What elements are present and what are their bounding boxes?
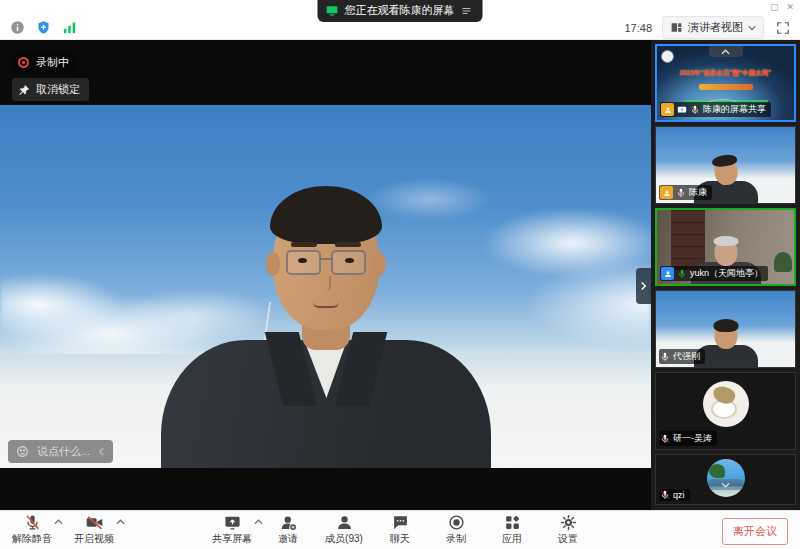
eye-left: [298, 258, 307, 263]
pin-icon: [18, 84, 30, 96]
ear-left: [266, 252, 280, 276]
scroll-down-chevron[interactable]: [709, 479, 743, 490]
eye-right: [345, 258, 354, 263]
participant-label: qzi: [659, 489, 690, 501]
titlebar-left-icons: [8, 18, 78, 36]
collapse-left-icon[interactable]: [98, 447, 105, 456]
view-mode-label: 演讲者视图: [688, 20, 743, 35]
mic-muted-icon: [676, 188, 686, 198]
unpin-label: 取消锁定: [36, 82, 80, 97]
watching-banner-text: 您正在观看陈康的屏幕: [345, 3, 455, 18]
hair: [270, 186, 382, 244]
nose: [321, 276, 331, 292]
caption-placeholder: 说点什么...: [37, 444, 90, 459]
glasses-bridge: [320, 258, 332, 260]
video-options-chevron[interactable]: [116, 519, 125, 525]
participant-label: 陈康的屏幕共享: [660, 102, 771, 117]
bottom-toolbar: 解除静音 开启视频 共享屏幕: [0, 510, 800, 549]
clock: 17:48: [624, 22, 652, 34]
member-badge-icon: [661, 267, 674, 280]
virtual-background-beach: [0, 105, 651, 468]
mic-on-icon: [660, 352, 670, 362]
leave-meeting-button[interactable]: 离开会议: [722, 518, 788, 545]
participant-name: qzi: [673, 490, 685, 500]
participant-label: 研一-吴涛: [659, 431, 717, 446]
slide-subtitle-bar: [699, 84, 753, 90]
thumbnail-yukn[interactable]: yukn（天闻地亭）: [655, 208, 796, 286]
watching-banner[interactable]: 您正在观看陈康的屏幕: [318, 0, 483, 22]
titlebar: 您正在观看陈康的屏幕 ▢ ✕ 17:48 演讲者视图: [0, 0, 800, 40]
mic-active-icon: [677, 269, 687, 279]
share-icon: [677, 105, 687, 115]
sidebar-toggle[interactable]: [636, 268, 651, 304]
layout-icon: [670, 21, 683, 34]
mic-muted-icon: [690, 105, 700, 115]
emoji-icon[interactable]: [16, 445, 29, 458]
chat-button[interactable]: 聊天: [380, 514, 420, 546]
thumbnail-chenkang[interactable]: 陈康: [655, 126, 796, 204]
participants-sidebar: 2022年“世界水日”暨“中国水周”: [651, 40, 800, 510]
slide-title: 2022年“世界水日”暨“中国水周”: [662, 68, 788, 77]
host-badge-icon: [661, 103, 674, 116]
participant-name: 陈康: [689, 186, 707, 199]
start-video-button[interactable]: 开启视频: [74, 514, 114, 546]
participant-label: yukn（天闻地亭）: [660, 266, 768, 281]
record-button[interactable]: 录制: [436, 514, 476, 546]
mic-muted-icon: [660, 434, 670, 444]
recording-label: 录制中: [36, 55, 69, 70]
restore-button[interactable]: ▢: [770, 2, 779, 12]
unpin-button[interactable]: 取消锁定: [12, 78, 89, 101]
caption-input[interactable]: 说点什么...: [8, 440, 113, 463]
mouth: [313, 302, 339, 308]
main-video: 录制中 取消锁定 说点什么...: [0, 40, 651, 510]
plant: [774, 252, 792, 272]
share-options-chevron[interactable]: [254, 519, 263, 525]
participant-label: 陈康: [659, 185, 712, 200]
meeting-window: 您正在观看陈康的屏幕 ▢ ✕ 17:48 演讲者视图: [0, 0, 800, 549]
thumbnail-daiqianggang[interactable]: 代强刚: [655, 290, 796, 368]
participant-name: 研一-吴涛: [673, 432, 712, 445]
screen-share-icon: [326, 4, 339, 17]
avatar: [703, 381, 749, 427]
settings-button[interactable]: 设置: [548, 514, 588, 546]
info-icon[interactable]: [8, 18, 26, 36]
toolbar-left: 解除静音 开启视频: [12, 514, 114, 546]
content-area: 录制中 取消锁定 说点什么...: [0, 40, 800, 510]
invite-button[interactable]: 邀请: [268, 514, 308, 546]
mic-muted-icon: [660, 490, 670, 500]
participant-name: yukn（天闻地亭）: [690, 267, 763, 280]
recording-dot-icon: [18, 57, 29, 68]
participant-name: 陈康的屏幕共享: [703, 103, 766, 116]
signal-icon[interactable]: [60, 18, 78, 36]
window-controls: ▢ ✕: [770, 2, 794, 12]
recording-indicator: 录制中: [12, 52, 75, 73]
unmute-button[interactable]: 解除静音: [12, 514, 52, 546]
speaker-person: [136, 158, 516, 468]
apps-button[interactable]: 应用: [492, 514, 532, 546]
head: [273, 190, 379, 330]
members-button[interactable]: 成员(93): [324, 514, 364, 546]
chevron-down-icon: [748, 25, 756, 31]
participant-name: 代强刚: [673, 350, 700, 363]
host-badge-icon: [660, 186, 673, 199]
fullscreen-icon[interactable]: [774, 19, 792, 37]
view-mode-button[interactable]: 演讲者视图: [662, 16, 764, 39]
avatar: [707, 459, 745, 497]
ear-right: [372, 252, 386, 276]
participant-label: 代强刚: [659, 349, 705, 364]
university-logo: [661, 50, 674, 63]
shield-icon[interactable]: [34, 18, 52, 36]
eyebrow-right: [335, 242, 361, 247]
banner-menu-icon[interactable]: [461, 5, 473, 17]
close-button[interactable]: ✕: [786, 2, 794, 12]
thumbnail-wutao[interactable]: 研一-吴涛: [655, 372, 796, 450]
scroll-up-chevron[interactable]: [709, 46, 743, 57]
toolbar-center: 共享屏幕 邀请 成员(93) 聊天 录制: [212, 514, 588, 546]
titlebar-right: 17:48 演讲者视图: [624, 16, 792, 39]
share-screen-button[interactable]: 共享屏幕: [212, 514, 252, 546]
thumbnail-qzi[interactable]: qzi: [655, 454, 796, 505]
mic-options-chevron[interactable]: [54, 519, 63, 525]
eyebrow-left: [291, 242, 317, 247]
thumbnail-screen-share[interactable]: 2022年“世界水日”暨“中国水周”: [655, 44, 796, 122]
